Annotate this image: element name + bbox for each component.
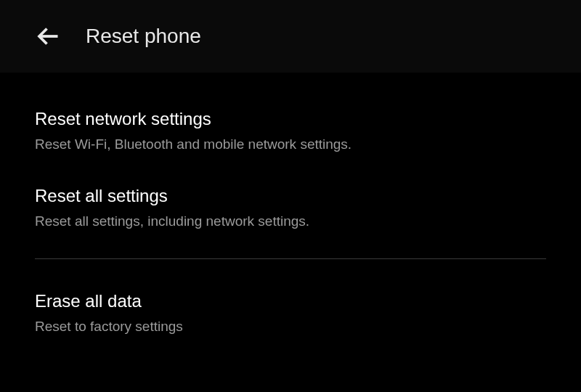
item-title: Erase all data [35,291,546,311]
item-title: Reset network settings [35,109,546,129]
reset-all-settings-item[interactable]: Reset all settings Reset all settings, i… [35,176,546,253]
reset-network-settings-item[interactable]: Reset network settings Reset Wi-Fi, Blue… [35,99,546,176]
back-button[interactable] [33,22,62,51]
content: Reset network settings Reset Wi-Fi, Blue… [0,73,581,358]
arrow-left-icon [35,23,61,49]
divider [35,258,546,259]
item-subtitle: Reset Wi-Fi, Bluetooth and mobile networ… [35,136,546,152]
erase-all-data-item[interactable]: Erase all data Reset to factory settings [35,281,546,358]
item-subtitle: Reset to factory settings [35,319,546,335]
item-subtitle: Reset all settings, including network se… [35,213,546,229]
page-title: Reset phone [86,25,201,48]
header: Reset phone [0,0,581,73]
item-title: Reset all settings [35,186,546,206]
